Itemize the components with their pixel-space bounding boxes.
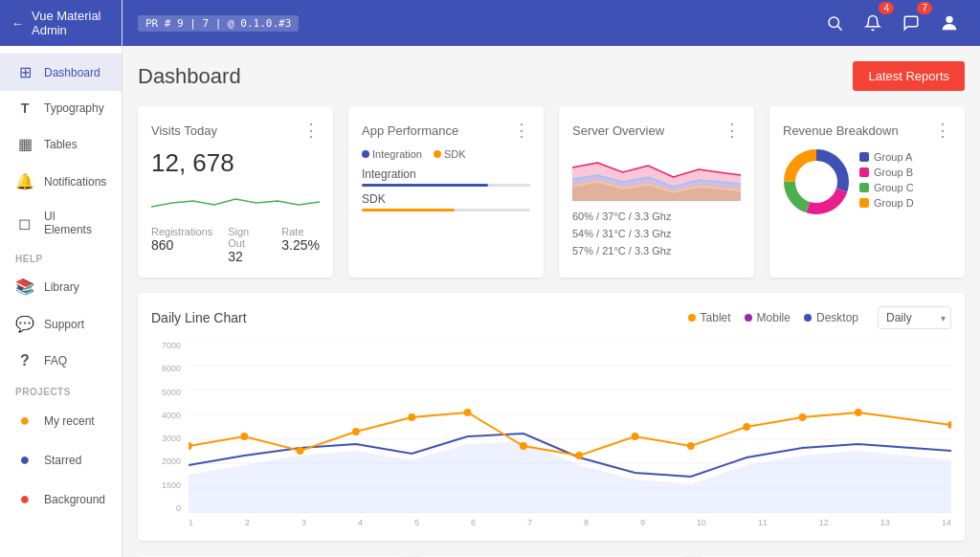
svg-point-33 <box>947 421 951 429</box>
app-perf-menu[interactable]: ⋮ <box>513 120 530 141</box>
revenue-legend: Group A Group B Group C Group D <box>859 151 914 212</box>
main-content: PR # 9 | 7 | @ 0.1.0.#3 4 7 Dashboard La… <box>122 0 980 557</box>
sidebar-nav: ⊞ Dashboard T Typography ▦ Tables 🔔 Noti… <box>0 46 122 557</box>
signout-label: Sign Out <box>228 226 266 249</box>
back-icon[interactable]: ← <box>11 16 24 31</box>
search-button[interactable] <box>819 8 850 38</box>
visits-card-menu[interactable]: ⋮ <box>302 120 320 141</box>
line-chart-svg <box>189 341 951 513</box>
chart-svg-container: 1234567891011121314 <box>189 341 951 527</box>
topbar-right: 4 7 <box>819 8 965 38</box>
help-section-title: HELP <box>0 246 122 268</box>
notifications-badge: 4 <box>879 2 894 14</box>
topbar-tag: PR # 9 | 7 | @ 0.1.0.#3 <box>138 15 299 32</box>
line-chart-card: Daily Line Chart Tablet Mobile Desktop D… <box>138 293 965 541</box>
visits-today-card: Visits Today ⋮ 12, 678 Registrations 860… <box>138 106 333 278</box>
visits-card-title: Visits Today <box>151 123 217 138</box>
sdk-progress: SDK <box>362 192 530 212</box>
my-recent-dot: ● <box>15 411 34 431</box>
visits-mini-stats: Registrations 860 Sign Out 32 Rate 3.25% <box>151 226 320 264</box>
signout-value: 32 <box>228 249 266 264</box>
sidebar-item-starred[interactable]: ● Starred <box>0 440 122 479</box>
messages-button[interactable]: 7 <box>896 8 926 38</box>
stats-cards-row: Visits Today ⋮ 12, 678 Registrations 860… <box>138 106 965 278</box>
page-header: Dashboard Latest Reports <box>138 61 965 91</box>
user-avatar[interactable] <box>934 8 965 38</box>
sidebar-item-my-recent[interactable]: ● My recent <box>0 401 122 440</box>
starred-dot: ● <box>15 450 34 470</box>
sidebar-item-tables[interactable]: ▦ Tables <box>0 125 122 163</box>
donut-chart <box>783 148 850 215</box>
chart-legend: Tablet Mobile Desktop <box>688 311 858 324</box>
sidebar: ← Vue Material Admin ⊞ Dashboard T Typog… <box>0 0 122 557</box>
svg-point-20 <box>189 442 192 450</box>
sidebar-item-notifications[interactable]: 🔔 Notifications <box>0 163 122 200</box>
sidebar-item-ui-elements[interactable]: ◻ UI Elements <box>0 200 122 246</box>
background-dot: ● <box>15 489 34 509</box>
ui-elements-icon: ◻ <box>15 214 34 233</box>
svg-point-0 <box>829 17 839 28</box>
app-perf-legend: Integration SDK <box>362 148 530 160</box>
sidebar-item-faq[interactable]: ? FAQ <box>0 343 122 379</box>
chart-title: Daily Line Chart <box>151 310 247 325</box>
library-icon: 📚 <box>15 278 34 296</box>
registrations-value: 860 <box>151 237 212 253</box>
support-icon: 💬 <box>15 315 34 333</box>
sidebar-header: ← Vue Material Admin <box>0 0 122 46</box>
sidebar-item-dashboard[interactable]: ⊞ Dashboard <box>0 54 122 91</box>
svg-point-30 <box>743 423 750 431</box>
server-row-0: 60% / 37°C / 3.3 Ghz <box>572 208 741 225</box>
revenue-title: Revenue Breakdown <box>783 123 899 138</box>
svg-point-27 <box>575 452 583 459</box>
svg-point-2 <box>946 16 952 23</box>
revenue-menu[interactable]: ⋮ <box>934 120 951 141</box>
svg-point-28 <box>632 433 639 440</box>
projects-section-title: PROJECTS <box>0 379 122 401</box>
integration-progress: Integration <box>362 167 530 187</box>
svg-point-22 <box>297 447 304 455</box>
dashboard-icon: ⊞ <box>15 63 34 81</box>
topbar: PR # 9 | 7 | @ 0.1.0.#3 4 7 <box>122 0 980 46</box>
server-overview-title: Server Overview <box>572 123 664 138</box>
visits-number: 12, 678 <box>151 148 320 178</box>
topbar-left: PR # 9 | 7 | @ 0.1.0.#3 <box>138 15 299 32</box>
visits-sparkline <box>151 189 320 218</box>
svg-point-23 <box>352 428 360 435</box>
svg-line-1 <box>837 26 841 30</box>
server-overview-card: Server Overview ⋮ 60% / 37°C / 3.3 Ghz <box>559 106 754 278</box>
daily-select-wrapper[interactable]: Daily Weekly Monthly <box>878 306 951 329</box>
svg-point-26 <box>520 442 527 450</box>
server-chart <box>572 148 741 201</box>
page-title: Dashboard <box>138 64 241 89</box>
registrations-label: Registrations <box>151 226 212 237</box>
tables-icon: ▦ <box>15 135 34 153</box>
page-content: Dashboard Latest Reports Visits Today ⋮ … <box>122 46 980 557</box>
svg-point-25 <box>464 409 472 416</box>
server-row-2: 57% / 21°C / 3.3 Ghz <box>572 242 741 259</box>
svg-point-24 <box>408 413 415 421</box>
app-perf-title: App Performance <box>362 123 458 138</box>
sidebar-item-library[interactable]: 📚 Library <box>0 268 122 305</box>
app-name: Vue Material Admin <box>32 9 110 37</box>
sidebar-item-background[interactable]: ● Background <box>0 479 122 519</box>
notifications-button[interactable]: 4 <box>858 8 888 38</box>
faq-icon: ? <box>15 352 34 369</box>
chart-header: Daily Line Chart Tablet Mobile Desktop D… <box>151 306 951 329</box>
server-menu[interactable]: ⋮ <box>724 120 741 141</box>
svg-point-10 <box>803 168 830 195</box>
svg-point-29 <box>687 442 695 450</box>
messages-badge: 7 <box>917 2 932 14</box>
server-row-1: 54% / 31°C / 3.3 Ghz <box>572 225 741 242</box>
chart-area: 70006000500040003000200015000 <box>151 341 951 527</box>
app-performance-card: App Performance ⋮ Integration SDK Integr… <box>348 106 544 278</box>
sidebar-item-support[interactable]: 💬 Support <box>0 305 122 343</box>
daily-select[interactable]: Daily Weekly Monthly <box>878 306 951 329</box>
notifications-icon: 🔔 <box>15 172 34 190</box>
sidebar-item-typography[interactable]: T Typography <box>0 91 122 125</box>
svg-point-21 <box>240 433 248 440</box>
donut-container: Group A Group B Group C Group D <box>783 148 951 215</box>
revenue-breakdown-card: Revenue Breakdown ⋮ Group A <box>769 106 965 278</box>
latest-reports-button[interactable]: Latest Reports <box>853 61 965 91</box>
rate-label: Rate <box>281 226 320 237</box>
svg-point-32 <box>855 409 862 416</box>
